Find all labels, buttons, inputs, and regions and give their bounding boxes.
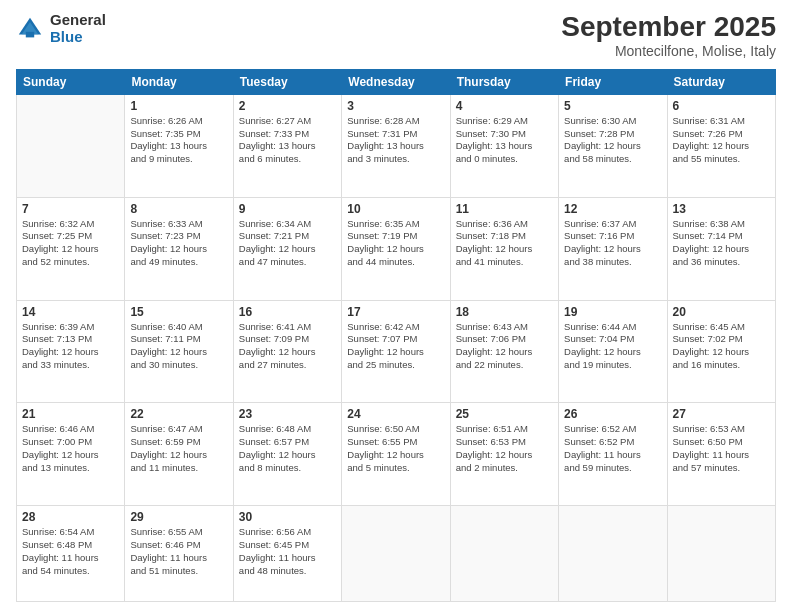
- table-row: 5Sunrise: 6:30 AMSunset: 7:28 PMDaylight…: [559, 94, 667, 197]
- table-row: 4Sunrise: 6:29 AMSunset: 7:30 PMDaylight…: [450, 94, 558, 197]
- day-number: 5: [564, 99, 661, 113]
- day-number: 11: [456, 202, 553, 216]
- day-number: 28: [22, 510, 119, 524]
- day-info: Sunrise: 6:48 AMSunset: 6:57 PMDaylight:…: [239, 423, 336, 474]
- header-friday: Friday: [559, 69, 667, 94]
- table-row: 24Sunrise: 6:50 AMSunset: 6:55 PMDayligh…: [342, 403, 450, 506]
- table-row: 22Sunrise: 6:47 AMSunset: 6:59 PMDayligh…: [125, 403, 233, 506]
- day-number: 26: [564, 407, 661, 421]
- day-number: 7: [22, 202, 119, 216]
- day-info: Sunrise: 6:38 AMSunset: 7:14 PMDaylight:…: [673, 218, 770, 269]
- day-info: Sunrise: 6:43 AMSunset: 7:06 PMDaylight:…: [456, 321, 553, 372]
- day-info: Sunrise: 6:52 AMSunset: 6:52 PMDaylight:…: [564, 423, 661, 474]
- logo-icon: [16, 15, 44, 43]
- day-number: 23: [239, 407, 336, 421]
- table-row: 18Sunrise: 6:43 AMSunset: 7:06 PMDayligh…: [450, 300, 558, 403]
- header-monday: Monday: [125, 69, 233, 94]
- day-info: Sunrise: 6:50 AMSunset: 6:55 PMDaylight:…: [347, 423, 444, 474]
- day-info: Sunrise: 6:55 AMSunset: 6:46 PMDaylight:…: [130, 526, 227, 577]
- day-number: 2: [239, 99, 336, 113]
- day-info: Sunrise: 6:41 AMSunset: 7:09 PMDaylight:…: [239, 321, 336, 372]
- table-row: 28Sunrise: 6:54 AMSunset: 6:48 PMDayligh…: [17, 506, 125, 602]
- table-row: [559, 506, 667, 602]
- day-number: 4: [456, 99, 553, 113]
- table-row: 13Sunrise: 6:38 AMSunset: 7:14 PMDayligh…: [667, 197, 775, 300]
- title-block: September 2025 Montecilfone, Molise, Ita…: [561, 12, 776, 59]
- day-info: Sunrise: 6:28 AMSunset: 7:31 PMDaylight:…: [347, 115, 444, 166]
- table-row: [342, 506, 450, 602]
- day-number: 1: [130, 99, 227, 113]
- day-number: 14: [22, 305, 119, 319]
- title-month: September 2025: [561, 12, 776, 43]
- day-number: 24: [347, 407, 444, 421]
- day-number: 27: [673, 407, 770, 421]
- day-info: Sunrise: 6:53 AMSunset: 6:50 PMDaylight:…: [673, 423, 770, 474]
- day-info: Sunrise: 6:51 AMSunset: 6:53 PMDaylight:…: [456, 423, 553, 474]
- day-number: 18: [456, 305, 553, 319]
- day-number: 30: [239, 510, 336, 524]
- header-saturday: Saturday: [667, 69, 775, 94]
- day-number: 22: [130, 407, 227, 421]
- day-info: Sunrise: 6:39 AMSunset: 7:13 PMDaylight:…: [22, 321, 119, 372]
- logo: General Blue: [16, 12, 106, 45]
- day-info: Sunrise: 6:34 AMSunset: 7:21 PMDaylight:…: [239, 218, 336, 269]
- day-number: 17: [347, 305, 444, 319]
- svg-rect-2: [26, 31, 34, 37]
- day-info: Sunrise: 6:42 AMSunset: 7:07 PMDaylight:…: [347, 321, 444, 372]
- day-info: Sunrise: 6:33 AMSunset: 7:23 PMDaylight:…: [130, 218, 227, 269]
- day-number: 13: [673, 202, 770, 216]
- table-row: 15Sunrise: 6:40 AMSunset: 7:11 PMDayligh…: [125, 300, 233, 403]
- day-number: 10: [347, 202, 444, 216]
- day-number: 15: [130, 305, 227, 319]
- day-info: Sunrise: 6:32 AMSunset: 7:25 PMDaylight:…: [22, 218, 119, 269]
- table-row: 30Sunrise: 6:56 AMSunset: 6:45 PMDayligh…: [233, 506, 341, 602]
- calendar-header-row: Sunday Monday Tuesday Wednesday Thursday…: [17, 69, 776, 94]
- title-location: Montecilfone, Molise, Italy: [561, 43, 776, 59]
- day-number: 29: [130, 510, 227, 524]
- table-row: 8Sunrise: 6:33 AMSunset: 7:23 PMDaylight…: [125, 197, 233, 300]
- table-row: 12Sunrise: 6:37 AMSunset: 7:16 PMDayligh…: [559, 197, 667, 300]
- table-row: 23Sunrise: 6:48 AMSunset: 6:57 PMDayligh…: [233, 403, 341, 506]
- day-info: Sunrise: 6:35 AMSunset: 7:19 PMDaylight:…: [347, 218, 444, 269]
- table-row: 2Sunrise: 6:27 AMSunset: 7:33 PMDaylight…: [233, 94, 341, 197]
- day-info: Sunrise: 6:44 AMSunset: 7:04 PMDaylight:…: [564, 321, 661, 372]
- logo-text: General Blue: [50, 12, 106, 45]
- day-info: Sunrise: 6:40 AMSunset: 7:11 PMDaylight:…: [130, 321, 227, 372]
- day-number: 8: [130, 202, 227, 216]
- day-info: Sunrise: 6:54 AMSunset: 6:48 PMDaylight:…: [22, 526, 119, 577]
- table-row: [450, 506, 558, 602]
- table-row: 25Sunrise: 6:51 AMSunset: 6:53 PMDayligh…: [450, 403, 558, 506]
- day-info: Sunrise: 6:46 AMSunset: 7:00 PMDaylight:…: [22, 423, 119, 474]
- page: General Blue September 2025 Montecilfone…: [0, 0, 792, 612]
- table-row: 1Sunrise: 6:26 AMSunset: 7:35 PMDaylight…: [125, 94, 233, 197]
- day-info: Sunrise: 6:56 AMSunset: 6:45 PMDaylight:…: [239, 526, 336, 577]
- day-number: 12: [564, 202, 661, 216]
- day-info: Sunrise: 6:26 AMSunset: 7:35 PMDaylight:…: [130, 115, 227, 166]
- table-row: 20Sunrise: 6:45 AMSunset: 7:02 PMDayligh…: [667, 300, 775, 403]
- table-row: [667, 506, 775, 602]
- table-row: 11Sunrise: 6:36 AMSunset: 7:18 PMDayligh…: [450, 197, 558, 300]
- day-number: 3: [347, 99, 444, 113]
- table-row: 7Sunrise: 6:32 AMSunset: 7:25 PMDaylight…: [17, 197, 125, 300]
- header-thursday: Thursday: [450, 69, 558, 94]
- day-info: Sunrise: 6:27 AMSunset: 7:33 PMDaylight:…: [239, 115, 336, 166]
- day-info: Sunrise: 6:37 AMSunset: 7:16 PMDaylight:…: [564, 218, 661, 269]
- logo-blue-text: Blue: [50, 29, 106, 46]
- header-sunday: Sunday: [17, 69, 125, 94]
- table-row: 16Sunrise: 6:41 AMSunset: 7:09 PMDayligh…: [233, 300, 341, 403]
- day-info: Sunrise: 6:29 AMSunset: 7:30 PMDaylight:…: [456, 115, 553, 166]
- day-number: 25: [456, 407, 553, 421]
- day-number: 6: [673, 99, 770, 113]
- day-number: 20: [673, 305, 770, 319]
- table-row: 3Sunrise: 6:28 AMSunset: 7:31 PMDaylight…: [342, 94, 450, 197]
- table-row: [17, 94, 125, 197]
- day-number: 16: [239, 305, 336, 319]
- day-number: 9: [239, 202, 336, 216]
- table-row: 10Sunrise: 6:35 AMSunset: 7:19 PMDayligh…: [342, 197, 450, 300]
- table-row: 14Sunrise: 6:39 AMSunset: 7:13 PMDayligh…: [17, 300, 125, 403]
- day-number: 19: [564, 305, 661, 319]
- table-row: 21Sunrise: 6:46 AMSunset: 7:00 PMDayligh…: [17, 403, 125, 506]
- day-info: Sunrise: 6:31 AMSunset: 7:26 PMDaylight:…: [673, 115, 770, 166]
- day-info: Sunrise: 6:47 AMSunset: 6:59 PMDaylight:…: [130, 423, 227, 474]
- header-wednesday: Wednesday: [342, 69, 450, 94]
